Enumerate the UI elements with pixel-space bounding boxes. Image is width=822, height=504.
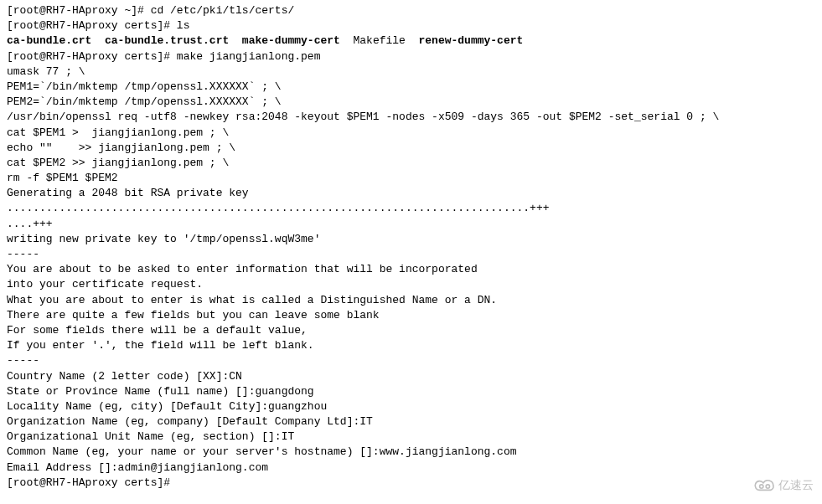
cloud-icon <box>753 478 775 493</box>
terminal-line: Country Name (2 letter code) [XX]:CN <box>7 369 815 384</box>
file-name: ca-bundle.crt ca-bundle.trust.crt make-d… <box>7 34 340 47</box>
file-name: Makefile <box>340 34 419 47</box>
terminal-line: If you enter '.', the field will be left… <box>7 338 815 353</box>
terminal-line: You are about to be asked to enter infor… <box>7 262 815 277</box>
terminal-line: Organization Name (eg, company) [Default… <box>7 414 815 429</box>
terminal-line: echo "" >> jiangjianlong.pem ; \ <box>7 141 815 156</box>
terminal-line: cat $PEM1 > jiangjianlong.pem ; \ <box>7 126 815 141</box>
terminal-output[interactable]: [root@RH7-HAproxy ~]# cd /etc/pki/tls/ce… <box>7 3 815 491</box>
terminal-line: PEM2=`/bin/mktemp /tmp/openssl.XXXXXX` ;… <box>7 95 815 110</box>
terminal-line: Locality Name (eg, city) [Default City]:… <box>7 399 815 414</box>
terminal-line: For some fields there will be a default … <box>7 323 815 338</box>
terminal-line: [root@RH7-HAproxy certs]# ls <box>7 18 815 33</box>
terminal-line: ........................................… <box>7 201 815 216</box>
svg-point-1 <box>766 485 769 488</box>
terminal-line: [root@RH7-HAproxy ~]# cd /etc/pki/tls/ce… <box>7 3 815 18</box>
terminal-line: Generating a 2048 bit RSA private key <box>7 186 815 201</box>
terminal-line: ca-bundle.crt ca-bundle.trust.crt make-d… <box>7 33 815 49</box>
svg-point-0 <box>760 485 763 488</box>
terminal-line: cat $PEM2 >> jiangjianlong.pem ; \ <box>7 156 815 171</box>
terminal-line: Common Name (eg, your name or your serve… <box>7 445 815 460</box>
terminal-line: PEM1=`/bin/mktemp /tmp/openssl.XXXXXX` ;… <box>7 80 815 95</box>
terminal-line: ....+++ <box>7 217 815 232</box>
terminal-line: writing new private key to '/tmp/openssl… <box>7 232 815 247</box>
watermark: 亿速云 <box>753 477 814 494</box>
terminal-line: ----- <box>7 353 815 368</box>
terminal-line: State or Province Name (full name) []:gu… <box>7 384 815 399</box>
terminal-line: rm -f $PEM1 $PEM2 <box>7 171 815 186</box>
terminal-line: Organizational Unit Name (eg, section) [… <box>7 429 815 445</box>
terminal-line: There are quite a few fields but you can… <box>7 308 815 323</box>
terminal-line: [root@RH7-HAproxy certs]# <box>7 476 815 491</box>
terminal-line: Email Address []:admin@jiangjianlong.com <box>7 460 815 476</box>
file-name: renew-dummy-cert <box>419 34 524 47</box>
terminal-line: into your certificate request. <box>7 277 815 292</box>
terminal-line: /usr/bin/openssl req -utf8 -newkey rsa:2… <box>7 110 815 125</box>
terminal-line: [root@RH7-HAproxy certs]# make jiangjian… <box>7 49 815 64</box>
terminal-line: ----- <box>7 247 815 262</box>
terminal-line: What you are about to enter is what is c… <box>7 293 815 308</box>
terminal-line: umask 77 ; \ <box>7 64 815 80</box>
watermark-text: 亿速云 <box>778 477 814 494</box>
